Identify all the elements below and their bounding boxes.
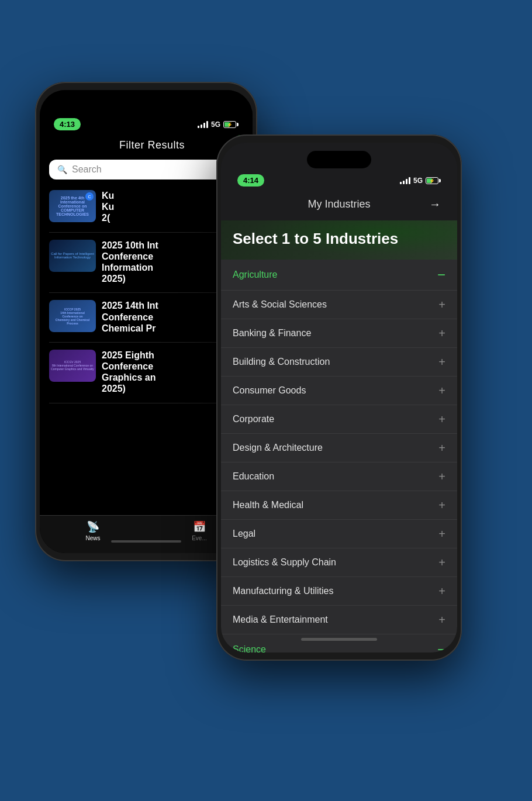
industry-item-education[interactable]: Education + [221, 462, 457, 491]
industry-name-health: Health & Medical [233, 500, 303, 510]
industry-item-health[interactable]: Health & Medical + [221, 491, 457, 520]
tab-news-label: News [85, 535, 100, 541]
industry-action-legal[interactable]: + [438, 528, 445, 540]
industry-name-education: Education [233, 471, 274, 482]
industry-action-science[interactable]: − [437, 643, 445, 652]
front-phone-screen: 4:14 5G ⚡ M [221, 143, 457, 652]
front-page-title: My Industries [254, 198, 424, 210]
battery-front: ⚡ [426, 177, 441, 184]
bar1f [400, 182, 402, 184]
industry-action-logistics[interactable]: + [438, 557, 445, 568]
conf-thumb-4: ICCGV 20258th International Conference o… [49, 350, 96, 382]
conf-dot-1: C [85, 192, 94, 201]
hero-section: Select 1 to 5 Industries [221, 220, 457, 260]
industry-name-science: Science [233, 644, 266, 652]
industry-item-building[interactable]: Building & Construction + [221, 348, 457, 377]
bar4 [206, 121, 208, 128]
news-icon: 📡 [87, 520, 99, 533]
industry-action-banking[interactable]: + [438, 327, 445, 339]
bar3f [406, 179, 407, 184]
bar4f [409, 177, 410, 184]
front-status-bar [221, 143, 457, 172]
industry-name-legal: Legal [233, 529, 255, 539]
signal-bars-front [400, 177, 410, 184]
thumb-image-3: ICCCP 202514th InternationalConference o… [49, 300, 96, 332]
industry-name-logistics: Logistics & Supply Chain [233, 557, 336, 568]
back-nav-title: Filter Results [119, 139, 185, 151]
search-placeholder-text: Search [72, 164, 102, 175]
hero-title: Select 1 to 5 Industries [233, 230, 445, 248]
industry-item-design[interactable]: Design & Architecture + [221, 434, 457, 462]
industry-action-consumer[interactable]: + [438, 385, 445, 396]
events-icon: 📅 [193, 520, 206, 533]
industry-item-arts[interactable]: Arts & Social Sciences + [221, 291, 457, 319]
industry-item-media[interactable]: Media & Entertainment + [221, 606, 457, 634]
industry-item-banking[interactable]: Banking & Finance + [221, 319, 457, 348]
industry-item-agriculture[interactable]: Agriculture − [221, 260, 457, 291]
dynamic-island-back [114, 97, 178, 113]
back-time: 4:13 [54, 118, 81, 130]
industry-name-consumer: Consumer Goods [233, 385, 306, 396]
conf-thumb-2: Call for Papers of Intelligent Informati… [49, 240, 96, 272]
industry-action-health[interactable]: + [438, 499, 445, 511]
back-status-icons: 5G ⚡ [198, 120, 239, 129]
network-type-front: 5G [413, 177, 423, 185]
industry-name-design: Design & Architecture [233, 443, 323, 453]
search-icon: 🔍 [57, 165, 67, 174]
industry-action-agriculture[interactable]: − [437, 268, 445, 282]
industry-action-building[interactable]: + [438, 356, 445, 368]
industry-action-corporate[interactable]: + [438, 413, 445, 425]
battery-back: ⚡ [223, 121, 239, 128]
home-indicator-back [111, 540, 181, 543]
front-content: Select 1 to 5 Industries Agriculture − A… [221, 220, 457, 652]
bar3 [203, 123, 205, 128]
industry-name-manufacturing: Manufacturing & Utilities [233, 586, 334, 596]
thumb-image-2: Call for Papers of Intelligent Informati… [49, 240, 96, 272]
industry-item-manufacturing[interactable]: Manufacturing & Utilities + [221, 577, 457, 606]
front-header: My Industries → [221, 190, 457, 220]
front-status-icons: 5G ⚡ [400, 177, 441, 185]
industry-action-design[interactable]: + [438, 442, 445, 454]
industry-name-building: Building & Construction [233, 357, 330, 367]
tab-news[interactable]: 📡 News [40, 520, 146, 541]
industry-action-manufacturing[interactable]: + [438, 585, 445, 597]
industries-list: Agriculture − Arts & Social Sciences + B… [221, 260, 457, 652]
dynamic-island-front [307, 151, 371, 168]
bar2 [201, 125, 202, 128]
thumb-image-4: ICCGV 20258th International Conference o… [49, 350, 96, 382]
industry-name-agriculture: Agriculture [233, 270, 277, 280]
next-button[interactable]: → [424, 194, 445, 215]
front-phone: 4:14 5G ⚡ M [216, 134, 462, 661]
industry-name-corporate: Corporate [233, 414, 274, 424]
industry-action-education[interactable]: + [438, 471, 445, 482]
industry-item-legal[interactable]: Legal + [221, 520, 457, 548]
bar1 [198, 126, 199, 128]
industry-item-logistics[interactable]: Logistics & Supply Chain + [221, 548, 457, 577]
front-time: 4:14 [237, 174, 264, 187]
bar2f [403, 181, 405, 184]
industry-name-banking: Banking & Finance [233, 328, 311, 339]
industry-item-consumer[interactable]: Consumer Goods + [221, 377, 457, 405]
arrow-right-icon: → [429, 198, 441, 211]
back-status-bar [40, 90, 253, 116]
tab-events-label: Eve... [192, 535, 207, 541]
industry-action-media[interactable]: + [438, 614, 445, 626]
industry-action-arts[interactable]: + [438, 299, 445, 310]
industry-item-science[interactable]: Science − [221, 634, 457, 652]
conf-thumb-1: 2025 the 4th International Conference on… [49, 190, 96, 222]
home-indicator-front [301, 638, 377, 641]
conf-thumb-3: ICCCP 202514th InternationalConference o… [49, 300, 96, 332]
network-type-back: 5G [211, 120, 220, 129]
search-bar[interactable]: 🔍 Search [49, 160, 243, 179]
industry-name-arts: Arts & Social Sciences [233, 299, 327, 310]
industry-item-corporate[interactable]: Corporate + [221, 405, 457, 434]
industry-name-media: Media & Entertainment [233, 614, 328, 625]
signal-bars-back [198, 121, 208, 128]
